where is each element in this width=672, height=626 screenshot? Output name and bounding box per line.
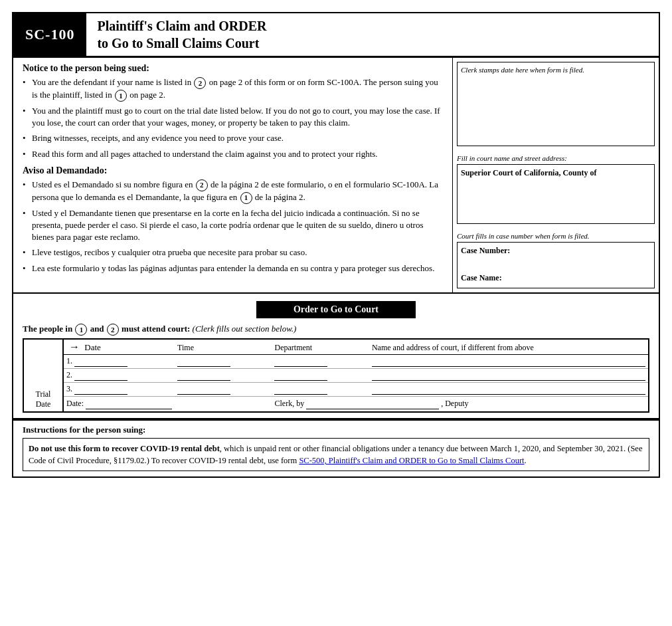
stamp-area xyxy=(461,76,651,142)
aviso-bullet-3: Lleve testigos, recibos y cualquier otra… xyxy=(23,247,443,259)
aviso-bullet-2: Usted y el Demandante tienen que present… xyxy=(23,207,443,244)
stamp-section: Clerk stamps date here when form is file… xyxy=(457,62,655,146)
notice-heading: Notice to the person being sued: xyxy=(23,63,443,74)
aviso-bullet-4: Lea este formulario y todas las páginas … xyxy=(23,262,443,274)
row3-date[interactable] xyxy=(74,384,127,395)
notice-bullet-3: Bring witnesses, receipts, and any evide… xyxy=(23,132,443,144)
notice-bullet-4: Read this form and all pages attached to… xyxy=(23,148,443,160)
trial-arrow: → xyxy=(66,341,82,352)
right-column: Clerk stamps date here when form is file… xyxy=(453,58,659,292)
row3-time xyxy=(175,383,272,397)
court-name-value: Superior Court of California, County of xyxy=(457,164,655,224)
case-fill-label: Court fills in case number when form is … xyxy=(457,232,655,240)
row1-dept-field[interactable] xyxy=(274,356,327,367)
instructions-text2: . xyxy=(525,456,527,465)
instructions-section: Instructions for the person suing: Do no… xyxy=(13,419,659,476)
clerk-by-cell: Clerk, by , Deputy xyxy=(272,397,649,413)
aviso-heading: Aviso al Demandado: xyxy=(23,165,443,176)
circled-1-attend: 1 xyxy=(75,324,87,336)
row3-dept-field[interactable] xyxy=(274,384,327,395)
form-container: SC-100 Plaintiff's Claim and ORDER to Go… xyxy=(12,12,660,478)
trial-table-wrapper: TrialDate → Date Time Department Name an… xyxy=(13,338,659,418)
clerk-fills-note: (Clerk fills out section below.) xyxy=(193,324,297,334)
trial-header-row: TrialDate → Date Time Department Name an… xyxy=(23,339,649,355)
instructions-heading: Instructions for the person suing: xyxy=(23,425,649,435)
row3-court xyxy=(369,383,649,397)
arrow-cell: → Date xyxy=(63,339,175,355)
clerk-by-label: Clerk, by xyxy=(274,399,306,408)
aviso-bullets: Usted es el Demandado si su nombre figur… xyxy=(23,179,443,274)
trial-row-1: 1. xyxy=(23,355,649,369)
row3-time-field[interactable] xyxy=(177,384,230,395)
must-attend-text: The people in 1 and 2 must attend court: xyxy=(23,324,190,334)
deputy-label: , Deputy xyxy=(441,399,468,408)
clerk-date-field[interactable] xyxy=(86,399,172,409)
trial-row-2: 2. xyxy=(23,369,649,383)
circled-2-notice: 2 xyxy=(194,77,206,89)
clerk-by-field[interactable] xyxy=(306,399,439,409)
trial-table: TrialDate → Date Time Department Name an… xyxy=(23,338,649,413)
instructions-bold-text: Do not use this form to recover COVID-19… xyxy=(29,444,220,453)
title-text: Plaintiff's Claim and ORDER to Go to Sma… xyxy=(97,17,266,52)
instructions-box: Do not use this form to recover COVID-19… xyxy=(23,438,649,471)
circled-1-aviso: 1 xyxy=(240,192,252,204)
row1-dept xyxy=(272,355,369,369)
row2-time xyxy=(175,369,272,383)
row2-court xyxy=(369,369,649,383)
notice-bullets: You are the defendant if your name is li… xyxy=(23,76,443,160)
case-name-label: Case Name: xyxy=(461,273,651,283)
row2-date[interactable] xyxy=(74,370,127,381)
form-header: SC-100 Plaintiff's Claim and ORDER to Go… xyxy=(13,13,659,58)
court-name-label: Fill in court name and street address: xyxy=(457,154,655,162)
row2-dept xyxy=(272,369,369,383)
notice-bullet-1: You are the defendant if your name is li… xyxy=(23,76,443,102)
sc500-link[interactable]: SC-500, Plaintiff's Claim and ORDER to G… xyxy=(299,456,524,465)
form-id: SC-100 xyxy=(13,13,86,56)
trial-date-label-cell: TrialDate xyxy=(23,339,63,412)
clerk-date-cell: Date: xyxy=(63,397,272,413)
row3-court-field[interactable] xyxy=(372,384,645,395)
left-column: Notice to the person being sued: You are… xyxy=(13,58,453,292)
row2-number: 2. xyxy=(63,369,175,383)
clerk-row: Date: Clerk, by , Deputy xyxy=(23,397,649,413)
main-area: Notice to the person being sued: You are… xyxy=(13,58,659,292)
trial-row-3: 3. xyxy=(23,383,649,397)
row1-time xyxy=(175,355,272,369)
row2-dept-field[interactable] xyxy=(274,370,327,381)
case-section: Court fills in case number when form is … xyxy=(457,232,655,288)
row3-number: 3. xyxy=(63,383,175,397)
row1-number: 1. xyxy=(63,355,175,369)
circled-2-attend: 2 xyxy=(107,324,119,336)
col-time-header: Time xyxy=(175,339,272,355)
row1-court xyxy=(369,355,649,369)
col-date-header: Date xyxy=(84,342,101,352)
row2-court-field[interactable] xyxy=(372,370,645,381)
date-label: Date: xyxy=(66,399,86,408)
stamp-label: Clerk stamps date here when form is file… xyxy=(461,66,651,74)
col-dept-header: Department xyxy=(272,339,369,355)
order-banner-wrapper: Order to Go to Court xyxy=(13,294,659,324)
row1-date[interactable] xyxy=(74,356,127,367)
case-box: Case Number: Case Name: xyxy=(457,242,655,288)
row2-time-field[interactable] xyxy=(177,370,230,381)
must-attend-section: The people in 1 and 2 must attend court:… xyxy=(13,324,659,338)
circled-1-notice: 1 xyxy=(115,90,127,102)
court-name-section: Fill in court name and street address: S… xyxy=(457,154,655,224)
order-banner: Order to Go to Court xyxy=(256,301,416,318)
aviso-bullet-1: Usted es el Demandado si su nombre figur… xyxy=(23,179,443,204)
row1-court-field[interactable] xyxy=(372,356,645,367)
circled-2-aviso: 2 xyxy=(196,179,208,191)
case-number-label: Case Number: xyxy=(461,246,651,256)
row1-time-field[interactable] xyxy=(177,356,230,367)
col-name-header: Name and address of court, if different … xyxy=(369,339,649,355)
form-title: Plaintiff's Claim and ORDER to Go to Sma… xyxy=(86,13,659,56)
notice-bullet-2: You and the plaintiff must go to court o… xyxy=(23,105,443,129)
row3-dept xyxy=(272,383,369,397)
